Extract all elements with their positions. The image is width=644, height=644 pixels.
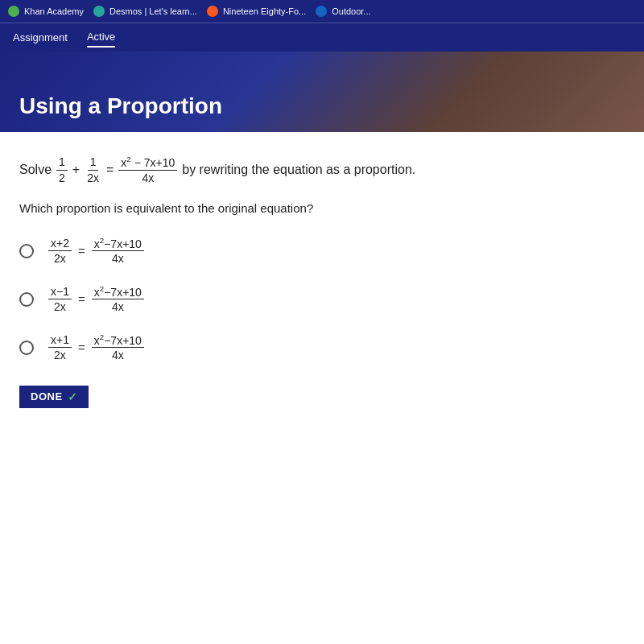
- outdoor-icon: [316, 6, 327, 17]
- nav-item-active[interactable]: Active: [87, 27, 115, 47]
- answer-choice-c[interactable]: x+1 2x = x2−7x+10 4x: [19, 332, 625, 363]
- check-icon: ✓: [68, 390, 78, 403]
- main-content: Solve 1 2 + 1 2x = x2 − 7x+10 4x by rewr…: [0, 132, 644, 644]
- tab-outdoor[interactable]: Outdoor...: [316, 6, 370, 17]
- done-button[interactable]: DONE ✓: [19, 386, 89, 408]
- problem-statement: Solve 1 2 + 1 2x = x2 − 7x+10 4x by rewr…: [19, 155, 625, 185]
- browser-bar: Khan Academy Desmos | Let's learn... Nin…: [0, 0, 644, 23]
- fraction-a-right: x2−7x+10 4x: [92, 236, 144, 266]
- tab-desmos[interactable]: Desmos | Let's learn...: [93, 6, 197, 17]
- fraction-a-left: x+2 2x: [48, 236, 72, 266]
- problem-prefix: Solve: [19, 159, 52, 180]
- tab-label: Outdoor...: [332, 6, 370, 16]
- desmos-icon: [93, 6, 105, 17]
- nav-bar: Assignment Active: [0, 23, 644, 52]
- tab-label: Desmos | Let's learn...: [109, 6, 197, 16]
- fraction-c-left: x+1 2x: [48, 332, 72, 362]
- khan-academy-icon: [8, 6, 19, 17]
- problem-suffix: by rewriting the equation as a proportio…: [182, 159, 415, 180]
- fraction-b-right: x2−7x+10 4x: [92, 284, 144, 315]
- done-label: DONE: [31, 390, 63, 402]
- choice-a-math: x+2 2x = x2−7x+10 4x: [47, 236, 146, 266]
- fraction-quadratic: x2 − 7x+10 4x: [118, 155, 177, 185]
- radio-a[interactable]: [19, 244, 34, 258]
- tab-label: Nineteen Eighty-Fo...: [223, 6, 306, 16]
- tab-khan-academy[interactable]: Khan Academy: [8, 6, 84, 17]
- choice-b-math: x−1 2x = x2−7x+10 4x: [47, 284, 146, 315]
- nav-item-assignment[interactable]: Assignment: [13, 28, 68, 47]
- choice-c-math: x+1 2x = x2−7x+10 4x: [47, 332, 146, 363]
- fraction-one-half: 1 2: [56, 155, 68, 184]
- hero-banner: Using a Proportion: [0, 52, 644, 132]
- page-title: Using a Proportion: [19, 93, 222, 119]
- fraction-b-left: x−1 2x: [48, 284, 72, 314]
- answer-choices: x+2 2x = x2−7x+10 4x x−1 2x = x2−: [19, 236, 625, 363]
- question-text: Which proportion is equivalent to the or…: [19, 200, 625, 218]
- radio-b[interactable]: [19, 292, 34, 307]
- fraction-c-right: x2−7x+10 4x: [92, 332, 144, 363]
- tab-nineteen-eighty[interactable]: Nineteen Eighty-Fo...: [207, 6, 306, 17]
- answer-choice-a[interactable]: x+2 2x = x2−7x+10 4x: [19, 236, 625, 266]
- tab-label: Khan Academy: [24, 6, 84, 16]
- answer-choice-b[interactable]: x−1 2x = x2−7x+10 4x: [19, 284, 625, 315]
- fraction-one-2x: 1 2x: [85, 155, 101, 184]
- nineteen-icon: [207, 6, 218, 17]
- radio-c[interactable]: [19, 341, 34, 355]
